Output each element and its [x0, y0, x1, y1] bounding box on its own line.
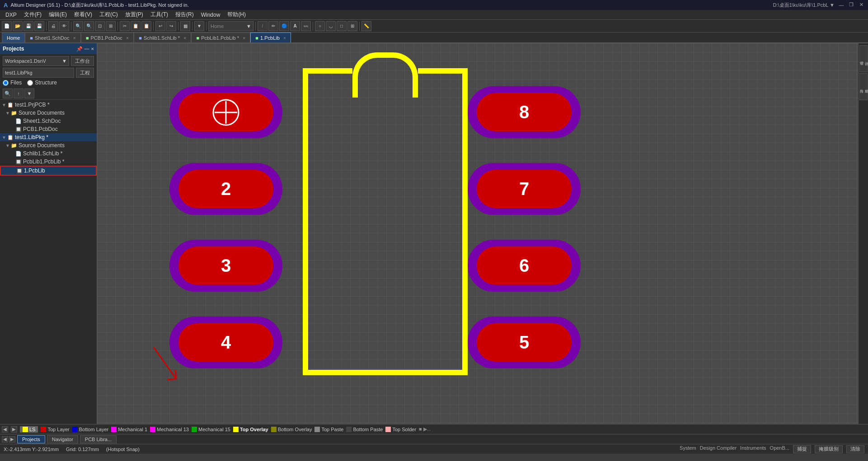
layer-top-overlay[interactable]: Top Overlay — [233, 427, 268, 432]
layer-bottom-overlay[interactable]: Bottom Overlay — [271, 427, 312, 432]
copy-button[interactable]: 📋 — [131, 21, 141, 31]
minimize-button[interactable]: — — [838, 2, 845, 8]
tree-item-pcb1doc[interactable]: ▶ 🔲 PCB1.PcbDoc — [0, 125, 97, 133]
statusbar-open[interactable]: OpenB... — [770, 445, 789, 453]
text-button[interactable]: A — [290, 21, 300, 31]
capture-button[interactable]: 捕捉 — [793, 445, 811, 453]
more-button[interactable]: ▼ — [194, 21, 204, 31]
project-input[interactable] — [3, 68, 74, 78]
tab-home[interactable]: Home — [2, 33, 25, 42]
tab-pcblib1[interactable]: ■ PcbLib1.PcbLib * × — [191, 33, 250, 42]
layer-top-solder[interactable]: Top Solder — [385, 427, 416, 432]
cut-button[interactable]: ✂ — [120, 21, 130, 31]
layer-top[interactable]: Top Layer — [41, 427, 69, 432]
tab-schlib1[interactable]: ■ Schlib1.SchLib * × — [134, 33, 191, 42]
panel-pin-button[interactable]: 📌 — [76, 46, 83, 52]
ruler-btn[interactable]: 📏 — [361, 21, 371, 31]
layer-current-box[interactable]: LS — [20, 426, 38, 433]
tab-1pcblib[interactable]: ■ 1.PcbLib × — [250, 33, 291, 42]
tab-sheet1[interactable]: ■ Sheet1.SchDoc × — [25, 33, 81, 42]
zoom-in-button[interactable]: 🔍 — [73, 21, 83, 31]
panel-minimize-button[interactable]: — — [84, 46, 89, 52]
open-button[interactable]: 📂 — [13, 21, 23, 31]
rect-btn[interactable]: □ — [337, 21, 347, 31]
redo-button[interactable]: ↪ — [166, 21, 176, 31]
pad-2-outer[interactable]: 2 — [169, 163, 282, 215]
radio-files-label[interactable]: Files — [3, 79, 22, 86]
right-panel-btn2[interactable]: 规则向导 — [859, 73, 868, 100]
workspace-dropdown[interactable]: Workspace1.DsnV ▼ — [3, 56, 69, 66]
net-dropdown[interactable]: Home ▼ — [208, 21, 253, 31]
menu-tools[interactable]: 工具(T) — [147, 10, 172, 19]
bottom-tab-projects[interactable]: Projects — [17, 435, 45, 443]
save-button[interactable]: 💾 — [23, 21, 33, 31]
clear-button[interactable]: 清除 — [846, 445, 864, 453]
tree-item-libpkg[interactable]: ▼ 📋 test1.LibPkg * — [0, 133, 97, 141]
print-button[interactable]: 🖨 — [48, 21, 58, 31]
canvas-area[interactable]: 2 3 4 8 — [97, 43, 858, 424]
layer-nav-next[interactable]: ▶ — [11, 426, 17, 433]
pad-4-outer[interactable]: 4 — [169, 317, 282, 368]
select-button[interactable]: ▦ — [180, 21, 190, 31]
paste-button[interactable]: 📋 — [141, 21, 151, 31]
tree-item-schlib1[interactable]: ▶ 📄 Schlib1.SchLib * — [0, 149, 97, 158]
pad-1-outer[interactable] — [169, 86, 282, 138]
menu-reports[interactable]: 报告(R) — [172, 10, 197, 19]
restore-button[interactable]: ❐ — [848, 2, 854, 8]
save-all-button[interactable]: 💾 — [34, 21, 44, 31]
zoom-area-button[interactable]: ⊞ — [106, 21, 116, 31]
menu-edit[interactable]: 编辑(E) — [45, 10, 70, 19]
zoom-fit-button[interactable]: ⊡ — [95, 21, 105, 31]
right-panel-btn1[interactable]: 设计管理 — [859, 45, 868, 72]
bottom-tab-prev[interactable]: ◀ — [2, 436, 8, 442]
grid-btn[interactable]: ⊞ — [347, 21, 357, 31]
menu-dxp[interactable]: DXP — [2, 11, 20, 19]
layer-mech15[interactable]: Mechanical 15 — [192, 427, 230, 432]
menu-project[interactable]: 工程(C) — [96, 10, 122, 19]
panel-options-button[interactable]: ▼ — [24, 88, 34, 98]
tab-1pcblib-close[interactable]: × — [283, 35, 286, 41]
workspace-button[interactable]: 工作台 — [71, 56, 94, 66]
pad-6-outer[interactable]: 6 — [468, 240, 581, 292]
bottom-tab-next[interactable]: ▶ — [9, 436, 15, 442]
radio-files[interactable] — [3, 80, 9, 86]
layer-nav-prev[interactable]: ◀ — [2, 426, 8, 433]
layer-bottom[interactable]: Bottom Layer — [72, 427, 108, 432]
pad-3-outer[interactable]: 3 — [169, 240, 282, 292]
menu-place[interactable]: 放置(P) — [122, 10, 147, 19]
pad-5-outer[interactable]: 5 — [468, 317, 581, 368]
statusbar-instruments[interactable]: Instruments — [740, 445, 766, 453]
panel-add-button[interactable]: ↑ — [14, 88, 23, 98]
panel-close-button[interactable]: × — [91, 46, 94, 52]
layer-bottom-paste[interactable]: Bottom Paste — [346, 427, 383, 432]
tree-item-sourcedocs2[interactable]: ▼ 📁 Source Documents — [0, 141, 97, 149]
radio-structure[interactable] — [27, 80, 33, 86]
wire-button[interactable]: / — [258, 21, 267, 31]
layer-top-paste[interactable]: Top Paste — [314, 427, 343, 432]
tree-item-1pcblib[interactable]: ▶ 🔲 1.PcbLib — [0, 166, 97, 176]
tree-item-sheet1[interactable]: ▶ 📄 Sheet1.SchDoc — [0, 117, 97, 125]
menu-view[interactable]: 察看(V) — [70, 10, 96, 19]
statusbar-design-compiler[interactable]: Design Compiler — [700, 445, 737, 453]
layer-mech1[interactable]: Mechanical 1 — [111, 427, 147, 432]
project-button[interactable]: 工程 — [76, 68, 94, 78]
layer-mech13[interactable]: Mechanical 13 — [150, 427, 189, 432]
pen-button[interactable]: ✏ — [268, 21, 278, 31]
statusbar-system[interactable]: System — [680, 445, 696, 453]
pad-7-outer[interactable]: 7 — [468, 163, 581, 215]
undo-button[interactable]: ↩ — [155, 21, 165, 31]
tree-item-pcblib1[interactable]: ▶ 🔲 PcbLib1.PcbLib * — [0, 158, 97, 166]
tab-pcblib1-close[interactable]: × — [243, 35, 245, 41]
pad-8-outer[interactable]: 8 — [468, 86, 581, 138]
print-preview-button[interactable]: 👁 — [59, 21, 69, 31]
zoom-out-button[interactable]: 🔍 — [84, 21, 94, 31]
circle-btn[interactable]: ○ — [315, 21, 325, 31]
radio-structure-label[interactable]: Structure — [27, 79, 57, 86]
tab-pcb1[interactable]: ■ PCB1.PcbDoc × — [81, 33, 134, 42]
arc-btn[interactable]: ◡ — [326, 21, 336, 31]
tab-schlib1-close[interactable]: × — [183, 35, 186, 41]
extra-btn[interactable]: ≈≈ — [301, 21, 311, 31]
tree-item-prjpcb[interactable]: ▼ 📋 test1.PrjPCB * — [0, 101, 97, 109]
tree-item-sourcedocs1[interactable]: ▼ 📁 Source Documents — [0, 109, 97, 117]
panel-filter-button[interactable]: 🔍 — [3, 88, 13, 98]
